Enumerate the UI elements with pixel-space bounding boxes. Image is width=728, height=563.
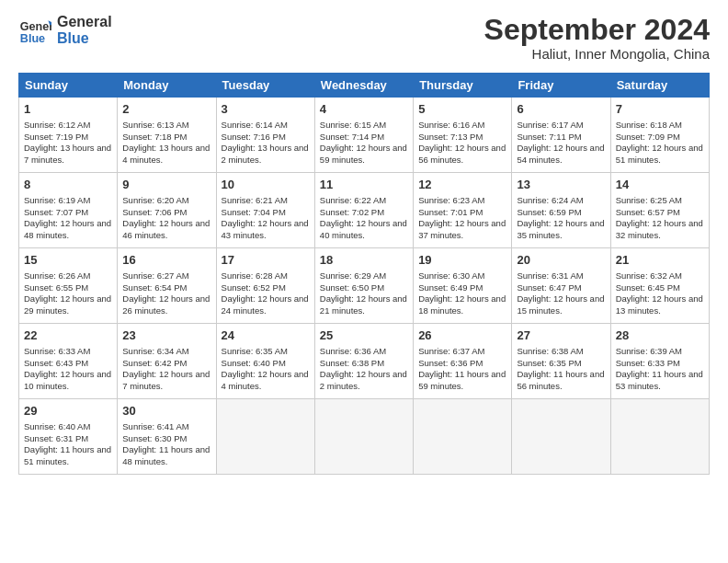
sunrise-text: Sunrise: 6:30 AM: [418, 270, 484, 281]
sunset-text: Sunset: 6:35 PM: [517, 358, 581, 368]
daylight-text: Daylight: 11 hours and 56 minutes.: [517, 369, 604, 391]
sunset-text: Sunset: 7:07 PM: [24, 207, 88, 217]
table-row: [314, 399, 413, 475]
sunrise-text: Sunrise: 6:27 AM: [122, 270, 188, 281]
day-number: 6: [517, 101, 605, 118]
table-row: 6Sunrise: 6:17 AMSunset: 7:11 PMDaylight…: [512, 98, 610, 173]
sunset-text: Sunset: 6:38 PM: [320, 358, 384, 368]
day-number: 28: [616, 327, 704, 344]
calendar-week-row: 29Sunrise: 6:40 AMSunset: 6:31 PMDayligh…: [19, 399, 710, 475]
sunset-text: Sunset: 7:02 PM: [320, 207, 384, 217]
sunrise-text: Sunrise: 6:20 AM: [122, 195, 188, 205]
day-number: 23: [122, 327, 210, 344]
sunrise-text: Sunrise: 6:12 AM: [24, 120, 90, 130]
sunset-text: Sunset: 7:01 PM: [418, 207, 483, 217]
sunrise-text: Sunrise: 6:38 AM: [517, 346, 583, 356]
daylight-text: Daylight: 12 hours and 56 minutes.: [418, 143, 506, 165]
day-number: 2: [122, 101, 210, 118]
title-block: September 2024 Haliut, Inner Mongolia, C…: [484, 14, 710, 62]
daylight-text: Daylight: 12 hours and 29 minutes.: [24, 293, 111, 316]
table-row: 18Sunrise: 6:29 AMSunset: 6:50 PMDayligh…: [314, 248, 413, 324]
col-monday: Monday: [118, 74, 216, 98]
daylight-text: Daylight: 12 hours and 15 minutes.: [517, 293, 604, 316]
daylight-text: Daylight: 12 hours and 24 minutes.: [222, 293, 309, 316]
sunrise-text: Sunrise: 6:31 AM: [517, 270, 583, 281]
daylight-text: Daylight: 13 hours and 4 minutes.: [122, 143, 210, 165]
sunrise-text: Sunrise: 6:29 AM: [320, 270, 386, 281]
sunset-text: Sunset: 6:36 PM: [418, 358, 483, 368]
daylight-text: Daylight: 12 hours and 2 minutes.: [320, 369, 407, 391]
daylight-text: Daylight: 11 hours and 51 minutes.: [24, 444, 111, 466]
sunset-text: Sunset: 7:13 PM: [418, 132, 483, 142]
location-title: Haliut, Inner Mongolia, China: [484, 46, 710, 62]
sunset-text: Sunset: 6:57 PM: [616, 207, 680, 217]
daylight-text: Daylight: 12 hours and 40 minutes.: [320, 218, 407, 240]
page: General Blue General Blue September 2024…: [0, 0, 728, 563]
sunset-text: Sunset: 7:16 PM: [222, 132, 286, 142]
sunset-text: Sunset: 6:43 PM: [24, 358, 88, 368]
table-row: [414, 399, 512, 475]
sunset-text: Sunset: 6:49 PM: [418, 282, 483, 293]
daylight-text: Daylight: 12 hours and 43 minutes.: [222, 218, 309, 240]
sunset-text: Sunset: 7:04 PM: [222, 207, 286, 217]
table-row: [216, 399, 314, 475]
day-number: 22: [24, 327, 112, 344]
sunset-text: Sunset: 7:06 PM: [122, 207, 187, 217]
sunrise-text: Sunrise: 6:41 AM: [122, 421, 188, 431]
sunrise-text: Sunrise: 6:34 AM: [122, 346, 188, 356]
daylight-text: Daylight: 12 hours and 37 minutes.: [418, 218, 506, 240]
table-row: 22Sunrise: 6:33 AMSunset: 6:43 PMDayligh…: [19, 324, 118, 399]
sunrise-text: Sunrise: 6:35 AM: [222, 346, 288, 356]
sunset-text: Sunset: 7:14 PM: [320, 132, 384, 142]
sunset-text: Sunset: 6:31 PM: [24, 433, 88, 443]
col-sunday: Sunday: [19, 74, 118, 98]
table-row: 21Sunrise: 6:32 AMSunset: 6:45 PMDayligh…: [610, 248, 709, 324]
sunset-text: Sunset: 6:45 PM: [616, 282, 680, 293]
col-thursday: Thursday: [414, 74, 512, 98]
table-row: 26Sunrise: 6:37 AMSunset: 6:36 PMDayligh…: [414, 324, 512, 399]
day-number: 19: [418, 252, 506, 269]
table-row: 16Sunrise: 6:27 AMSunset: 6:54 PMDayligh…: [118, 248, 216, 324]
table-row: 2Sunrise: 6:13 AMSunset: 7:18 PMDaylight…: [118, 98, 216, 173]
sunrise-text: Sunrise: 6:22 AM: [320, 195, 386, 205]
daylight-text: Daylight: 12 hours and 10 minutes.: [24, 369, 111, 391]
table-row: 12Sunrise: 6:23 AMSunset: 7:01 PMDayligh…: [414, 173, 512, 248]
day-number: 15: [24, 252, 112, 269]
day-number: 1: [24, 101, 112, 118]
day-number: 21: [616, 252, 704, 269]
sunrise-text: Sunrise: 6:24 AM: [517, 195, 583, 205]
sunset-text: Sunset: 6:33 PM: [616, 358, 680, 368]
daylight-text: Daylight: 13 hours and 2 minutes.: [222, 143, 309, 165]
calendar-table: Sunday Monday Tuesday Wednesday Thursday…: [18, 73, 710, 475]
daylight-text: Daylight: 12 hours and 4 minutes.: [222, 369, 309, 391]
table-row: 1Sunrise: 6:12 AMSunset: 7:19 PMDaylight…: [19, 98, 118, 173]
daylight-text: Daylight: 12 hours and 26 minutes.: [122, 293, 210, 316]
table-row: [512, 399, 610, 475]
day-number: 12: [418, 177, 506, 193]
sunrise-text: Sunrise: 6:19 AM: [24, 195, 90, 205]
calendar-week-row: 1Sunrise: 6:12 AMSunset: 7:19 PMDaylight…: [19, 98, 710, 173]
sunrise-text: Sunrise: 6:13 AM: [122, 120, 188, 130]
day-number: 29: [24, 403, 112, 419]
day-number: 16: [122, 252, 210, 269]
day-number: 5: [418, 101, 506, 118]
sunset-text: Sunset: 7:18 PM: [122, 132, 187, 142]
sunrise-text: Sunrise: 6:26 AM: [24, 270, 90, 281]
col-wednesday: Wednesday: [314, 74, 413, 98]
day-number: 20: [517, 252, 605, 269]
table-row: 13Sunrise: 6:24 AMSunset: 6:59 PMDayligh…: [512, 173, 610, 248]
table-row: 7Sunrise: 6:18 AMSunset: 7:09 PMDaylight…: [610, 98, 709, 173]
calendar-header-row: Sunday Monday Tuesday Wednesday Thursday…: [19, 74, 710, 98]
daylight-text: Daylight: 11 hours and 53 minutes.: [616, 369, 703, 391]
sunrise-text: Sunrise: 6:40 AM: [24, 421, 90, 431]
day-number: 14: [616, 177, 704, 193]
sunrise-text: Sunrise: 6:21 AM: [222, 195, 288, 205]
table-row: 11Sunrise: 6:22 AMSunset: 7:02 PMDayligh…: [314, 173, 413, 248]
table-row: 30Sunrise: 6:41 AMSunset: 6:30 PMDayligh…: [118, 399, 216, 475]
svg-text:Blue: Blue: [20, 32, 45, 45]
logo-blue: Blue: [57, 30, 112, 47]
logo-icon: General Blue: [18, 14, 51, 47]
sunrise-text: Sunrise: 6:25 AM: [616, 195, 682, 205]
day-number: 13: [517, 177, 605, 193]
sunset-text: Sunset: 6:42 PM: [122, 358, 187, 368]
